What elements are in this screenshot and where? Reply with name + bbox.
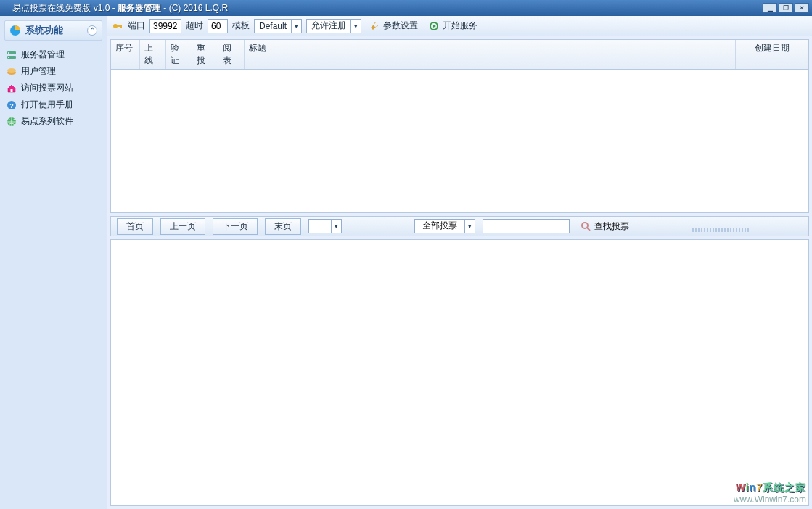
sidebar-header[interactable]: 系统功能 ˄ — [4, 20, 102, 41]
chevron-down-icon[interactable]: ▾ — [291, 20, 301, 33]
restore-button[interactable]: ❐ — [779, 3, 793, 13]
home-icon — [6, 83, 17, 94]
search-input[interactable] — [483, 219, 570, 233]
param-settings-button[interactable]: 参数设置 — [366, 18, 421, 33]
users-icon — [6, 66, 17, 78]
port-label: 端口 — [128, 20, 145, 32]
filter-combo[interactable]: 全部投票 ▾ — [414, 219, 475, 233]
gear-play-icon — [428, 20, 440, 32]
vote-list-panel: 序号 上线 验证 重投 阅表 标题 创建日期 — [110, 39, 809, 213]
chevron-down-icon[interactable]: ▾ — [350, 20, 361, 33]
globe-icon — [6, 116, 17, 128]
sidebar: 系统功能 ˄ 服务器管理 用户管理 访问投票网站 ? 打开使用手册 易点系 — [0, 16, 107, 509]
svg-rect-7 — [11, 89, 13, 92]
next-page-button[interactable]: 下一页 — [213, 218, 258, 235]
allow-register-combo[interactable]: 允许注册 ▾ — [306, 19, 361, 33]
collapse-icon[interactable]: ˄ — [87, 25, 97, 36]
filter-value: 全部投票 — [415, 220, 464, 233]
search-vote-button[interactable]: 查找投票 — [577, 219, 632, 234]
grid-body-empty — [111, 70, 808, 212]
timeout-input[interactable] — [208, 19, 228, 33]
start-service-button[interactable]: 开始服务 — [425, 18, 480, 33]
window-controls: ▁ ❐ ✕ — [763, 3, 809, 13]
allow-register-value: 允许注册 — [307, 20, 350, 32]
col-verify[interactable]: 验证 — [166, 40, 192, 69]
splitter-gripper[interactable] — [639, 220, 803, 232]
col-createdate[interactable]: 创建日期 — [736, 40, 808, 69]
sidebar-item-products[interactable]: 易点系列软件 — [4, 113, 102, 130]
svg-point-4 — [8, 57, 9, 58]
server-icon — [6, 49, 17, 61]
sidebar-item-label: 打开使用手册 — [21, 99, 73, 111]
prev-page-button[interactable]: 上一页 — [160, 218, 205, 235]
col-title[interactable]: 标题 — [245, 40, 736, 69]
timeout-label: 超时 — [186, 20, 203, 32]
svg-rect-13 — [120, 25, 122, 28]
minimize-button[interactable]: ▁ — [763, 3, 777, 13]
sidebar-item-label: 易点系列软件 — [21, 115, 73, 128]
close-button[interactable]: ✕ — [795, 3, 809, 13]
page-combo[interactable]: ▾ — [308, 219, 342, 233]
sidebar-items: 服务器管理 用户管理 访问投票网站 ? 打开使用手册 易点系列软件 — [0, 45, 107, 131]
detail-panel — [110, 239, 809, 506]
col-online[interactable]: 上线 — [140, 40, 166, 69]
chevron-down-icon[interactable]: ▾ — [331, 220, 341, 233]
svg-point-6 — [7, 68, 16, 73]
toolbar: 端口 超时 模板 Default ▾ 允许注册 ▾ 参数设置 开始服务 — [107, 16, 812, 36]
param-settings-label: 参数设置 — [383, 20, 418, 32]
svg-point-3 — [8, 52, 9, 54]
sidebar-item-label: 用户管理 — [21, 65, 56, 78]
sidebar-item-manual[interactable]: ? 打开使用手册 — [4, 96, 102, 113]
sidebar-item-server[interactable]: 服务器管理 — [4, 46, 102, 63]
wrench-icon — [369, 20, 380, 32]
template-value: Default — [255, 21, 291, 31]
sidebar-item-label: 访问投票网站 — [21, 82, 73, 94]
col-index[interactable]: 序号 — [111, 40, 140, 69]
title-bar: 易点投票在线免费版 v1.0 - 服务器管理 - (C) 2016 L.Q.R … — [0, 0, 812, 16]
help-icon: ? — [6, 99, 17, 111]
col-readtable[interactable]: 阅表 — [218, 40, 245, 69]
port-input[interactable] — [149, 19, 181, 33]
search-vote-label: 查找投票 — [594, 220, 629, 233]
page-value — [309, 220, 331, 233]
pie-icon — [9, 25, 21, 36]
sidebar-header-label: 系统功能 — [25, 24, 63, 37]
template-label: 模板 — [232, 20, 250, 32]
last-page-button[interactable]: 末页 — [265, 218, 301, 235]
col-revote[interactable]: 重投 — [192, 40, 218, 69]
main-area: 端口 超时 模板 Default ▾ 允许注册 ▾ 参数设置 开始服务 — [107, 16, 812, 509]
start-service-label: 开始服务 — [443, 20, 477, 32]
sidebar-item-users[interactable]: 用户管理 — [4, 63, 102, 80]
template-combo[interactable]: Default ▾ — [254, 19, 302, 33]
search-icon — [580, 220, 591, 232]
sidebar-item-visit-site[interactable]: 访问投票网站 — [4, 80, 102, 96]
svg-point-15 — [582, 223, 588, 228]
workspace: 系统功能 ˄ 服务器管理 用户管理 访问投票网站 ? 打开使用手册 易点系 — [0, 16, 812, 509]
pager-bar: 首页 上一页 下一页 末页 ▾ 全部投票 ▾ 查找投票 — [110, 216, 809, 236]
svg-text:?: ? — [9, 102, 14, 109]
sidebar-item-label: 服务器管理 — [21, 49, 65, 61]
key-icon — [112, 20, 123, 32]
first-page-button[interactable]: 首页 — [117, 218, 153, 235]
svg-line-16 — [587, 228, 590, 231]
chevron-down-icon[interactable]: ▾ — [464, 220, 475, 233]
grid-header: 序号 上线 验证 重投 阅表 标题 创建日期 — [111, 40, 808, 70]
